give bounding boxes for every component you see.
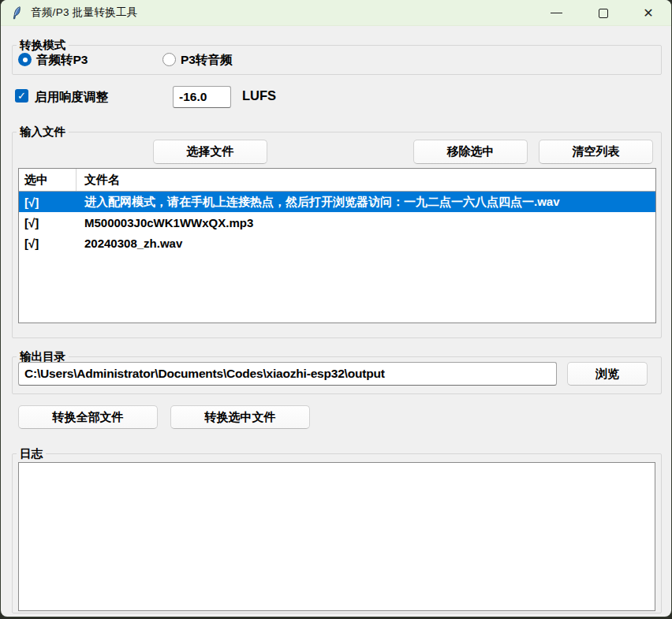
table-row[interactable]: [√] 20240308_zh.wav	[19, 233, 655, 253]
mode-groupbox: 转换模式	[12, 45, 662, 75]
maximize-icon	[599, 9, 608, 18]
input-files-label: 输入文件	[17, 125, 69, 140]
convert-all-button[interactable]: 转换全部文件	[18, 405, 158, 429]
row-filename[interactable]: 20240308_zh.wav	[77, 233, 655, 253]
row-check-mark[interactable]: [√]	[19, 192, 77, 212]
window-title: 音频/P3 批量转换工具	[31, 6, 138, 20]
lufs-input[interactable]: -16.0	[173, 86, 231, 108]
file-table[interactable]: 选中 文件名 [√] 进入配网模式，请在手机上连接热点，然后打开浏览器访问：一九…	[18, 168, 656, 323]
maximize-button[interactable]	[584, 0, 623, 26]
app-window: 音频/P3 批量转换工具 ✕ 转换模式 音频转P3 P3转音频 ✓ 启用响度调整…	[1, 0, 671, 617]
close-button[interactable]: ✕	[629, 0, 668, 26]
lufs-unit-label: LUFS	[242, 88, 276, 103]
title-bar[interactable]: 音频/P3 批量转换工具 ✕	[1, 0, 671, 26]
table-row[interactable]: [√] M500003J0cWK1WWxQX.mp3	[19, 212, 655, 233]
radio-audio-to-p3-label[interactable]: 音频转P3	[36, 52, 88, 69]
header-filename-column[interactable]: 文件名	[77, 169, 655, 191]
minimize-button[interactable]	[536, 0, 576, 26]
clear-list-button[interactable]: 清空列表	[539, 140, 653, 164]
row-check-mark[interactable]: [√]	[19, 212, 77, 233]
row-filename[interactable]: M500003J0cWK1WWxQX.mp3	[77, 212, 655, 233]
remove-selected-button[interactable]: 移除选中	[413, 140, 528, 164]
table-row[interactable]: [√] 进入配网模式，请在手机上连接热点，然后打开浏览器访问：一九二点一六八点四…	[19, 192, 655, 212]
browse-button[interactable]: 浏览	[567, 362, 648, 386]
mode-group-label: 转换模式	[17, 38, 69, 53]
radio-selected-dot	[23, 58, 28, 62]
convert-selected-button[interactable]: 转换选中文件	[170, 405, 310, 429]
tk-feather-icon	[11, 6, 24, 20]
file-table-header: 选中 文件名	[19, 169, 655, 192]
loudness-checkbox[interactable]: ✓	[15, 89, 28, 103]
minimize-icon	[551, 13, 562, 13]
select-files-button[interactable]: 选择文件	[153, 140, 267, 164]
loudness-checkbox-label[interactable]: 启用响度调整	[35, 89, 108, 106]
header-checked-column[interactable]: 选中	[19, 169, 77, 191]
radio-p3-to-audio-label[interactable]: P3转音频	[181, 52, 232, 69]
radio-p3-to-audio[interactable]	[162, 53, 176, 66]
row-filename[interactable]: 进入配网模式，请在手机上连接热点，然后打开浏览器访问：一九二点一六八点四点一.w…	[77, 192, 655, 212]
radio-audio-to-p3[interactable]	[18, 53, 32, 66]
log-textarea[interactable]	[18, 462, 655, 611]
log-label: 日志	[17, 446, 46, 461]
row-check-mark[interactable]: [√]	[19, 233, 77, 253]
output-path-input[interactable]: C:\Users\Administrator\Documents\Codes\x…	[18, 362, 557, 386]
